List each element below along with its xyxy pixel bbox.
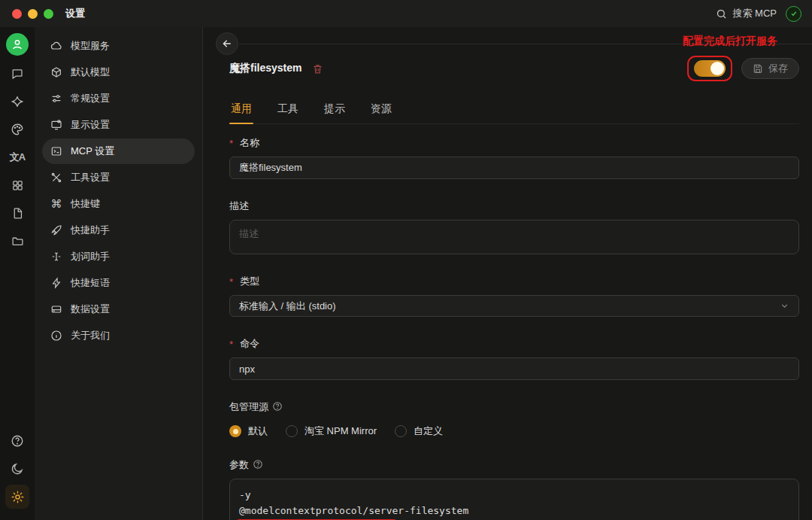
text-cursor-icon [50, 251, 62, 263]
type-select[interactable]: 标准输入 / 输出 (stdio) [229, 295, 799, 317]
radio-dot [286, 425, 298, 437]
registry-label-text: 包管理源 [229, 400, 268, 414]
radio-custom[interactable]: 自定义 [395, 424, 443, 438]
rail-paint-button[interactable] [5, 117, 29, 141]
moon-icon [11, 462, 24, 476]
tab-resources[interactable]: 资源 [369, 98, 393, 123]
rail-chat-button[interactable] [5, 62, 29, 86]
args-line-1: -y [239, 487, 789, 503]
rail-settings-button[interactable] [5, 485, 29, 509]
delete-server-button[interactable] [312, 63, 323, 75]
rail-files-button[interactable] [5, 201, 29, 225]
tab-prompts[interactable]: 提示 [323, 98, 347, 123]
palette-icon [11, 123, 24, 136]
sidebar-item-general[interactable]: 常规设置 [42, 86, 195, 111]
settings-window: 设置 搜索 MCP 文A [0, 0, 812, 520]
annotation-toggle-ring [687, 56, 732, 81]
settings-sidebar: 模型服务 默认模型 常规设置 显示设置 MCP 设置 工具设置 [35, 27, 203, 520]
radio-label: 自定义 [414, 424, 443, 438]
save-icon [753, 63, 763, 74]
zoom-window-button[interactable] [44, 9, 53, 19]
file-icon [11, 207, 24, 220]
sidebar-item-label: 默认模型 [71, 65, 110, 79]
args-label: 参数 [229, 458, 799, 472]
search-mcp-button[interactable]: 搜索 MCP [716, 7, 777, 20]
help-circle-icon[interactable] [272, 401, 283, 414]
sidebar-item-tools[interactable]: 工具设置 [42, 165, 195, 190]
sidebar-item-data[interactable]: 数据设置 [42, 296, 195, 322]
mcp-config-form: 名称 描述 描述 类型 标准输入 / 输出 (stdio) 命令 包管理源 默认 [203, 124, 812, 520]
sidebar-item-display[interactable]: 显示设置 [42, 112, 195, 138]
args-label-text: 参数 [229, 458, 249, 472]
minimize-window-button[interactable] [28, 9, 38, 19]
server-title: 魔搭filesystem [229, 62, 301, 75]
drive-icon [50, 303, 62, 315]
rail-apps-button[interactable] [5, 173, 29, 197]
sidebar-item-label: 划词助手 [71, 250, 110, 263]
description-textarea[interactable]: 描述 [229, 220, 799, 254]
icon-rail: 文A [0, 27, 35, 520]
radio-default[interactable]: 默认 [229, 424, 268, 438]
search-label: 搜索 MCP [733, 7, 777, 20]
user-avatar[interactable] [6, 33, 29, 56]
sparkle-icon [11, 95, 24, 108]
sidebar-item-quick-assistant[interactable]: 快捷助手 [42, 217, 195, 243]
save-button[interactable]: 保存 [741, 58, 799, 79]
sidebar-item-label: MCP 设置 [71, 144, 114, 158]
radio-dot [229, 425, 241, 437]
command-icon: ⌘ [50, 197, 62, 211]
toggle-knob [710, 62, 724, 75]
cube-icon [50, 66, 62, 78]
annotation-toggle-note: 配置完成后打开服务 [683, 35, 777, 48]
zap-icon [50, 277, 62, 289]
sidebar-item-mcp[interactable]: MCP 设置 [42, 138, 195, 164]
help-circle-icon [11, 434, 24, 448]
cloud-icon [50, 40, 62, 52]
sliders-icon [50, 93, 62, 105]
rail-folder-button[interactable] [5, 229, 29, 253]
back-button[interactable] [216, 32, 238, 55]
sidebar-item-model-services[interactable]: 模型服务 [42, 33, 195, 59]
radio-label: 默认 [248, 424, 268, 438]
chat-icon [11, 67, 24, 81]
server-enabled-toggle[interactable] [694, 60, 726, 77]
sidebar-item-label: 显示设置 [71, 118, 110, 132]
radio-label: 淘宝 NPM Mirror [304, 424, 377, 438]
help-circle-icon[interactable] [253, 459, 263, 472]
save-label: 保存 [768, 62, 788, 75]
sidebar-item-label: 常规设置 [71, 92, 110, 105]
terminal-icon [50, 145, 62, 157]
tab-general[interactable]: 通用 [229, 98, 253, 123]
info-circle-icon [50, 330, 62, 342]
search-icon [716, 8, 727, 20]
connection-status-badge[interactable] [786, 6, 801, 22]
command-label: 命令 [229, 337, 799, 351]
rail-assistant-button[interactable] [5, 90, 29, 114]
rocket-icon [50, 224, 62, 236]
user-icon [11, 38, 24, 51]
mcp-detail-panel: 配置完成后打开服务 魔搭filesystem 保存 通用 [203, 27, 812, 520]
tab-tools[interactable]: 工具 [276, 98, 300, 123]
args-textarea[interactable]: -y @modelcontextprotocol/server-filesyst… [229, 479, 799, 520]
sidebar-item-label: 数据设置 [71, 303, 110, 316]
rail-help-button[interactable] [5, 429, 29, 453]
sidebar-item-quick-phrases[interactable]: 快捷短语 [42, 270, 195, 296]
traffic-lights [12, 9, 53, 19]
close-window-button[interactable] [12, 9, 22, 19]
sidebar-item-selection-assistant[interactable]: 划词助手 [42, 244, 195, 269]
command-input[interactable] [229, 357, 799, 380]
rail-theme-button[interactable] [5, 457, 29, 481]
arrow-left-icon [221, 38, 233, 50]
check-circle-icon [789, 9, 798, 18]
sidebar-item-about[interactable]: 关于我们 [42, 323, 195, 348]
tab-bar: 通用 工具 提示 资源 [229, 98, 799, 124]
sidebar-item-shortcuts[interactable]: ⌘ 快捷键 [42, 191, 195, 217]
name-input[interactable] [229, 157, 799, 179]
radio-taobao-mirror[interactable]: 淘宝 NPM Mirror [286, 424, 377, 438]
rail-translate-button[interactable]: 文A [5, 145, 29, 169]
name-label: 名称 [229, 136, 799, 150]
sidebar-item-default-models[interactable]: 默认模型 [42, 59, 195, 85]
registry-label: 包管理源 [229, 400, 799, 414]
sidebar-item-label: 快捷短语 [71, 276, 110, 290]
type-select-value: 标准输入 / 输出 (stdio) [239, 300, 336, 313]
